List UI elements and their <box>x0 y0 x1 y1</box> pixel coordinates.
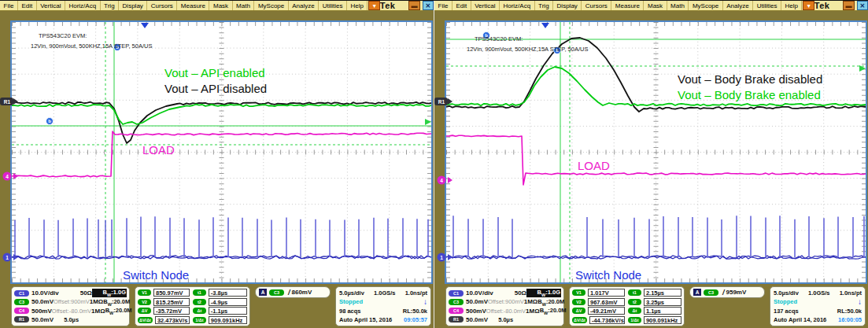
menu-item-vertical[interactable]: Vertical <box>471 1 500 10</box>
measurement-badge: V1 <box>138 289 151 296</box>
menu-item-measure[interactable]: Measure <box>611 1 644 10</box>
measurement-value: -1.1µs <box>209 307 247 315</box>
menu-items: FileEditVerticalHoriz/AcqTrigDisplayCurs… <box>0 1 368 10</box>
menu-item-file[interactable]: File <box>0 1 18 10</box>
waveform-display[interactable]: bbR141TPS543C20 EVM:12Vin, 900mVout, 500… <box>12 22 431 282</box>
channel-impedance: 1MΩ <box>91 308 105 315</box>
channel-row-c3: C350.0mVOffset:900mV1MΩBW:20.0M <box>14 297 127 306</box>
menu-item-utilities[interactable]: Utilities <box>319 1 347 10</box>
measurement-value: 850.97mV <box>153 289 190 297</box>
channel-marker-label: R1 <box>438 99 445 105</box>
measurement-1t: 1/Δt909.091kHz <box>628 316 681 324</box>
acquisition-count: 98 acqs <box>339 308 361 315</box>
trace-label-green: Vout – Body Brake enabled <box>678 88 821 101</box>
load-label: LOAD <box>142 143 175 157</box>
measurement-badge: V2 <box>138 299 151 305</box>
channel-impedance: 1MΩ <box>526 308 540 315</box>
channel-bandwidth: BW:1.0G <box>526 289 561 297</box>
measurement-v1: V1850.97mV <box>138 289 190 297</box>
menu-overflow-icon[interactable]: ▼ <box>803 1 814 10</box>
menu-items: FileEditVerticalHoriz/AcqTrigDisplayCurs… <box>434 1 802 10</box>
oscilloscope-window-left: FileEditVerticalHoriz/AcqTrigDisplayCurs… <box>0 1 434 328</box>
channel-row-c1: C110.0V/div50ΩBW:1.0G <box>14 289 127 297</box>
menu-item-horizacq[interactable]: Horiz/Acq <box>500 1 535 10</box>
channel-scale: 50.0mV <box>466 298 488 305</box>
menu-item-mask[interactable]: Mask <box>644 1 667 10</box>
minimize-icon[interactable]: ▬ <box>843 1 854 10</box>
channel-scale: 10.0V/div <box>31 289 68 297</box>
waveform-display[interactable]: bbR141TPS543C20 EVM:12Vin, 900mVout, 500… <box>446 22 866 282</box>
channel-row-c4: C4500mVOffset:-80.0mV1MΩBW:20.0M <box>449 307 561 315</box>
menu-item-help[interactable]: Help <box>781 1 802 10</box>
scroll-down-icon[interactable]: ↓ <box>858 297 862 306</box>
trigger-position-icon <box>141 23 149 28</box>
channel-bandwidth: BW:20.0M <box>537 298 564 307</box>
acquisition-status-row: Stopped↓ <box>339 297 427 306</box>
channel-badge-r1[interactable]: R1 <box>14 316 29 322</box>
menu-item-horizacq[interactable]: Horiz/Acq <box>65 1 101 10</box>
channel-marker-label: 4 <box>440 178 443 183</box>
trigger-a-badge: A <box>693 289 701 296</box>
channel-marker-arrow <box>448 254 452 260</box>
menu-item-cursors[interactable]: Cursors <box>147 1 177 10</box>
menu-item-display[interactable]: Display <box>119 1 147 10</box>
measurement-value: 3.25µs <box>644 298 681 306</box>
annotation-line1: TPS543C20 EVM: <box>475 35 523 42</box>
menu-item-cursors[interactable]: Cursors <box>582 1 611 10</box>
menu-item-analyze[interactable]: Analyze <box>289 1 319 10</box>
trigger-level: 860mV <box>292 289 312 296</box>
channel-offset: Offset:-80.0mV <box>486 308 526 315</box>
menu-item-edit[interactable]: Edit <box>18 1 37 10</box>
menu-item-math[interactable]: Math <box>667 1 689 10</box>
datetime-row: Auto April 14, 201616:00:05 <box>774 315 862 324</box>
menu-item-trig[interactable]: Trig <box>535 1 553 10</box>
menu-overflow-icon[interactable]: ▼ <box>368 1 379 10</box>
menu-item-vertical[interactable]: Vertical <box>37 1 65 10</box>
channel-badge-c4[interactable]: C4 <box>14 308 29 314</box>
record-length: RL:50.0k <box>837 308 862 315</box>
minimize-icon[interactable]: ▬ <box>408 1 419 10</box>
close-icon[interactable]: ✕ <box>423 1 434 10</box>
measurement-badge: ΔV/Δt <box>572 317 587 323</box>
menu-item-help[interactable]: Help <box>347 1 368 10</box>
oscilloscope-window-right: FileEditVerticalHoriz/AcqTrigDisplayCurs… <box>434 1 868 328</box>
annotation-line2: 12Vin, 900mVout, 500KHZ,15A STEP, 50A/US <box>31 42 152 50</box>
timebase-scale-row: 5.0µs/div1.0GS/s1.0ns/pt <box>339 289 427 297</box>
measurement-value: -3.8µs <box>209 289 247 297</box>
menu-item-myscope[interactable]: MyScope <box>689 1 722 10</box>
channel-impedance: 50Ω <box>73 289 92 297</box>
menu-item-analyze[interactable]: Analyze <box>723 1 753 10</box>
menu-item-file[interactable]: File <box>434 1 452 10</box>
menu-item-myscope[interactable]: MyScope <box>254 1 288 10</box>
channel-badge-c1[interactable]: C1 <box>14 290 29 297</box>
channel-scale: 50.0mV <box>466 316 498 323</box>
close-icon[interactable]: ✕ <box>857 1 868 10</box>
channel-badge-c3[interactable]: C3 <box>449 299 464 305</box>
channel-badge-c1[interactable]: C1 <box>449 290 464 297</box>
trigger-position-icon <box>541 23 549 28</box>
scroll-down-icon[interactable]: ↓ <box>423 297 427 306</box>
sample-resolution: 1.0ns/pt <box>840 289 862 297</box>
trigger-source-badge: C3 <box>269 289 284 296</box>
annotation-line1: TPS543C20 EVM: <box>39 32 87 39</box>
readout-bar: C110.0V/div50ΩBW:1.0GC350.0mVOffset:900m… <box>434 284 868 328</box>
measurement-v: ΔV-49.21mV <box>572 307 625 315</box>
switch-node-label: Switch Node <box>123 268 189 282</box>
measurement-badge: 1/Δt <box>193 317 206 323</box>
channel-badge-r1[interactable]: R1 <box>449 316 464 322</box>
menu-item-mask[interactable]: Mask <box>209 1 232 10</box>
measurement-value: 909.091kHz <box>209 316 247 324</box>
annotation-line2: 12Vin, 900mVout, 500KHZ,15A STEP, 50A/US <box>467 46 588 53</box>
channel-badge-c4[interactable]: C4 <box>449 308 464 314</box>
measurement-t2: t23.25µs <box>628 298 681 306</box>
menu-item-trig[interactable]: Trig <box>101 1 119 10</box>
channel-badge-c3[interactable]: C3 <box>14 299 29 305</box>
trigger-source-badge: C3 <box>704 289 718 296</box>
menu-item-utilities[interactable]: Utilities <box>753 1 781 10</box>
menu-item-math[interactable]: Math <box>233 1 255 10</box>
menu-item-display[interactable]: Display <box>553 1 582 10</box>
measurement-badge: ΔV/Δt <box>138 317 153 323</box>
measurement-value: -49.21mV <box>588 307 625 315</box>
menu-item-edit[interactable]: Edit <box>452 1 471 10</box>
menu-item-measure[interactable]: Measure <box>177 1 209 10</box>
